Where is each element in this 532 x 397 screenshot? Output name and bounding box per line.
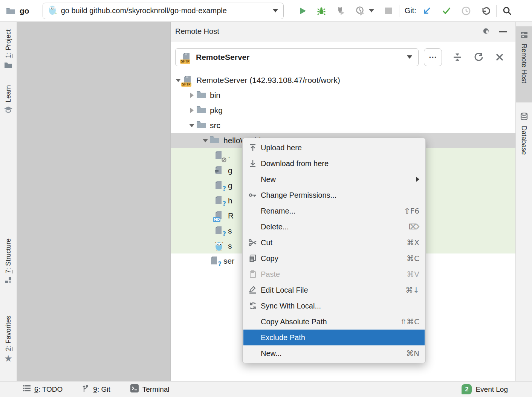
expand-arrow-icon[interactable] bbox=[187, 124, 196, 127]
server-name: RemoteServer bbox=[196, 53, 403, 62]
go-file-gopher-icon bbox=[214, 241, 225, 251]
key-icon bbox=[247, 191, 258, 200]
main-toolbar: go go build github.com/skyrocknroll/go-m… bbox=[0, 0, 532, 22]
remote-host-tab-label: Remote Host bbox=[520, 44, 528, 83]
status-bar: 6: TODO 9: Git Terminal 2 Event Log bbox=[0, 381, 532, 397]
statusbar-item-git[interactable]: 9: Git bbox=[82, 384, 110, 394]
tree-row-label: pkg bbox=[210, 106, 223, 115]
tree-row-label: s bbox=[228, 241, 232, 250]
toolbar-separator bbox=[399, 5, 399, 17]
unknown-file-icon: ? bbox=[214, 226, 225, 236]
gear-icon[interactable] bbox=[482, 26, 493, 37]
menu-item-delete[interactable]: Delete... ⌦ bbox=[243, 219, 425, 235]
sidebar-item-database[interactable]: Database bbox=[516, 108, 532, 176]
project-name: go bbox=[20, 6, 29, 15]
editor-empty-area bbox=[17, 22, 170, 381]
menu-item-cut[interactable]: Cut ⌘X bbox=[243, 235, 425, 250]
expand-arrow-icon[interactable] bbox=[187, 93, 196, 98]
folder-icon bbox=[4, 61, 12, 70]
tree-row-pkg[interactable]: pkg bbox=[171, 103, 515, 118]
sftp-server-icon: SFTP bbox=[182, 52, 192, 63]
unknown-file-icon: ? bbox=[210, 256, 220, 266]
profiler-dropdown-icon[interactable] bbox=[369, 9, 374, 12]
sidebar-item-learn[interactable]: Learn bbox=[0, 85, 17, 115]
run-button[interactable] bbox=[297, 6, 308, 16]
remote-host-toolbar: SFTP RemoteServer ... bbox=[171, 41, 515, 73]
database-tab-label: Database bbox=[520, 126, 528, 155]
event-count-badge: 2 bbox=[462, 384, 472, 394]
menu-item-sync-with-local[interactable]: Sync With Local... bbox=[243, 298, 425, 314]
statusbar-item-todo[interactable]: 6: TODO bbox=[23, 385, 63, 394]
menu-item-rename[interactable]: Rename... ⇧F6 bbox=[243, 203, 425, 219]
menu-item-copy-absolute-path[interactable]: Copy Absolute Path ⇧⌘C bbox=[243, 314, 425, 330]
sidebar-item-remote-host[interactable]: Remote Host bbox=[516, 26, 532, 102]
sidebar-item-favorites[interactable]: 2: Favorites ★ bbox=[0, 316, 17, 363]
todo-list-icon bbox=[23, 385, 31, 394]
terminal-label: Terminal bbox=[142, 385, 170, 394]
expand-arrow-icon[interactable] bbox=[187, 108, 196, 113]
search-everywhere-icon[interactable] bbox=[502, 6, 512, 16]
tree-row-src[interactable]: src bbox=[171, 118, 515, 133]
folder-icon bbox=[196, 90, 207, 101]
close-icon[interactable] bbox=[494, 52, 505, 63]
toolbar-separator bbox=[496, 5, 497, 17]
debug-button[interactable] bbox=[316, 6, 327, 16]
menu-item-new-file[interactable]: New... ⌘N bbox=[243, 345, 425, 361]
clipboard-icon bbox=[247, 270, 258, 279]
refresh-icon[interactable] bbox=[473, 52, 484, 63]
menu-item-edit-local-file[interactable]: Edit Local File ⌘↓ bbox=[243, 282, 425, 298]
run-with-coverage-icon[interactable] bbox=[336, 6, 346, 16]
git-commit-button[interactable] bbox=[441, 6, 452, 16]
server-select[interactable]: SFTP RemoteServer bbox=[175, 48, 419, 66]
rollback-button[interactable] bbox=[480, 6, 491, 16]
browse-servers-button[interactable]: ... bbox=[424, 48, 442, 66]
tree-row-label: RemoteServer (142.93.108.47/root/work) bbox=[196, 76, 340, 85]
remote-host-icon bbox=[520, 31, 528, 41]
markdown-file-icon: MD bbox=[214, 211, 225, 221]
tree-row-remote-server[interactable]: SFTP RemoteServer (142.93.108.47/root/wo… bbox=[171, 73, 515, 88]
star-icon: ★ bbox=[4, 354, 12, 363]
expand-arrow-icon[interactable] bbox=[201, 139, 210, 142]
tree-row-label: ser bbox=[223, 257, 234, 266]
tree-row-label: . bbox=[228, 151, 230, 160]
learn-tab-label: Learn bbox=[5, 85, 12, 102]
statusbar-item-event-log[interactable]: 2 Event Log bbox=[462, 384, 508, 394]
expand-arrow-icon[interactable] bbox=[174, 79, 183, 82]
tree-row-bin[interactable]: bin bbox=[171, 88, 515, 103]
hide-panel-icon[interactable] bbox=[497, 26, 509, 37]
stop-button bbox=[383, 6, 394, 16]
sync-icon bbox=[247, 301, 258, 310]
gopher-icon bbox=[48, 5, 57, 17]
tree-row-label: bin bbox=[210, 91, 220, 100]
menu-item-copy[interactable]: Copy ⌘C bbox=[243, 250, 425, 266]
menu-item-paste: Paste ⌘V bbox=[243, 266, 425, 282]
sidebar-item-structure[interactable]: 7: Structure bbox=[0, 238, 17, 286]
project-tab-label: 1: Project bbox=[5, 29, 12, 58]
profiler-icon[interactable] bbox=[355, 6, 366, 16]
sftp-server-icon: SFTP bbox=[183, 75, 193, 86]
history-icon bbox=[461, 6, 471, 16]
download-icon bbox=[247, 159, 258, 168]
structure-tab-label: 7: Structure bbox=[5, 238, 12, 273]
folder-icon bbox=[196, 105, 207, 116]
database-icon bbox=[520, 112, 529, 123]
tree-row-label: g bbox=[228, 181, 232, 190]
graduation-cap-icon bbox=[4, 105, 13, 115]
tree-row-label: h bbox=[228, 196, 232, 205]
git-label: Git: bbox=[405, 6, 416, 15]
sidebar-item-project[interactable]: 1: Project bbox=[0, 29, 17, 70]
menu-item-new[interactable]: New bbox=[243, 171, 425, 187]
run-configuration-select[interactable]: go build github.com/skyrocknroll/go-mod-… bbox=[43, 3, 284, 19]
text-file-icon bbox=[214, 165, 225, 176]
statusbar-item-terminal[interactable]: Terminal bbox=[130, 384, 170, 395]
menu-item-download-from-here[interactable]: Download from here bbox=[243, 156, 425, 171]
git-update-button[interactable] bbox=[422, 6, 432, 16]
menu-item-exclude-path[interactable]: Exclude Path bbox=[243, 330, 425, 345]
copy-icon bbox=[247, 254, 258, 263]
left-toolwindow-bar: 1: Project Learn 7: Structure 2: Favorit… bbox=[0, 22, 17, 381]
menu-item-upload-here[interactable]: Upload here bbox=[243, 140, 425, 156]
collapse-all-icon[interactable] bbox=[452, 52, 463, 63]
menu-item-change-permissions[interactable]: Change Permissions... bbox=[243, 187, 425, 203]
favorites-tab-label: 2: Favorites bbox=[5, 316, 12, 351]
tree-row-label: s bbox=[228, 226, 232, 235]
